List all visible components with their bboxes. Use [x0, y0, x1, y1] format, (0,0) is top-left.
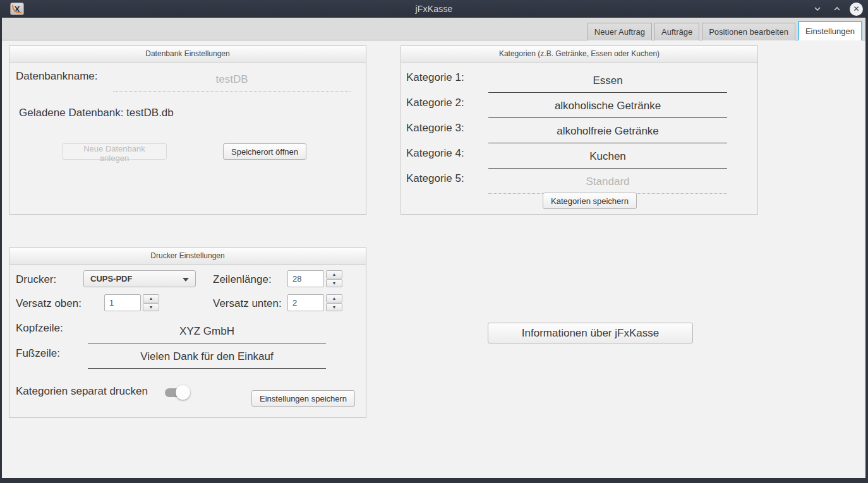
app-icon: X [10, 3, 24, 15]
header-line-label: Kopfzeile: [16, 322, 63, 335]
category-3-field-wrap [488, 119, 727, 143]
category-2-input[interactable] [488, 94, 727, 118]
category-1-label: Kategorie 1: [406, 71, 464, 84]
category-1-field-wrap [488, 69, 727, 93]
header-line-field-wrap [88, 319, 326, 343]
app-icon-glyph: X [15, 4, 20, 14]
line-length-input[interactable] [287, 270, 324, 287]
category-2-field-wrap [488, 94, 727, 118]
line-length-spinner: ▲ ▼ [287, 270, 342, 287]
header-line-input[interactable] [88, 319, 326, 343]
database-name-field-wrap [113, 68, 351, 92]
separate-categories-toggle[interactable] [165, 388, 188, 397]
category-5-field-wrap [488, 170, 727, 194]
save-settings-button[interactable]: Einstellungen speichern [251, 390, 355, 407]
category-3-input[interactable] [488, 119, 727, 143]
database-panel-title: Datenbank Einstellungen [9, 46, 366, 63]
tab-auftraege[interactable]: Aufträge [654, 23, 699, 40]
footer-line-label: Fußzeile: [16, 347, 60, 360]
category-1-input[interactable] [488, 69, 727, 93]
database-name-label: Datenbankname: [16, 70, 97, 83]
window-title: jFxKasse [0, 4, 868, 14]
database-settings-panel: Datenbank Einstellungen Datenbankname: G… [9, 45, 366, 215]
printer-label: Drucker: [16, 273, 56, 286]
create-database-button[interactable]: Neue Datenbank anlegen [62, 143, 167, 160]
category-4-field-wrap [488, 145, 727, 169]
save-categories-button[interactable]: Kategorien speichern [543, 193, 637, 209]
printer-select-value: CUPS-PDF [90, 274, 132, 283]
close-icon[interactable]: ✕ [850, 3, 863, 16]
category-2-label: Kategorie 2: [406, 97, 464, 109]
tab-positionen-bearbeiten[interactable]: Positionen bearbeiten [702, 23, 795, 40]
offset-bottom-spinner: ▲ ▼ [287, 294, 342, 311]
loaded-database-label: Geladene Datenbank: testDB.db [19, 107, 174, 119]
line-length-label: Zeilenlänge: [213, 273, 272, 286]
spin-up-icon[interactable]: ▲ [143, 294, 159, 302]
window-controls: ✕ [811, 0, 863, 18]
tab-neuer-auftrag[interactable]: Neuer Auftrag [588, 23, 652, 40]
category-3-label: Kategorie 3: [406, 122, 464, 134]
footer-line-input[interactable] [88, 345, 326, 369]
window-frame: Neuer Auftrag Aufträge Positionen bearbe… [0, 18, 868, 483]
content-area: Neuer Auftrag Aufträge Positionen bearbe… [2, 18, 865, 478]
category-5-label: Kategorie 5: [406, 172, 464, 185]
titlebar: X jFxKasse ✕ [0, 0, 868, 18]
category-4-label: Kategorie 4: [406, 147, 464, 160]
spin-up-icon[interactable]: ▲ [326, 270, 342, 278]
info-about-button[interactable]: Informationen über jFxKasse [488, 323, 693, 343]
printer-select[interactable]: CUPS-PDF [83, 270, 196, 287]
maximize-icon[interactable] [830, 3, 843, 16]
separate-categories-label: Kategorien separat drucken [16, 385, 148, 398]
toggle-knob [176, 385, 190, 400]
category-5-input[interactable] [488, 170, 727, 194]
categories-panel-title: Kategorien (z.B. Getränke, Essen oder Ku… [401, 46, 757, 63]
categories-panel: Kategorien (z.B. Getränke, Essen oder Ku… [401, 45, 758, 215]
spin-down-icon[interactable]: ▼ [326, 303, 342, 311]
category-4-input[interactable] [488, 145, 727, 169]
tab-einstellungen[interactable]: Einstellungen [798, 21, 862, 40]
printer-panel-title: Drucker Einstellungen [9, 248, 366, 265]
tab-bar: Neuer Auftrag Aufträge Positionen bearbe… [2, 18, 865, 40]
spin-up-icon[interactable]: ▲ [326, 294, 342, 302]
offset-top-spinner: ▲ ▼ [104, 294, 159, 311]
open-location-button[interactable]: Speicherort öffnen [223, 143, 306, 160]
minimize-icon[interactable] [811, 3, 824, 16]
footer-line-field-wrap [88, 345, 326, 369]
database-name-input[interactable] [113, 68, 351, 92]
spin-down-icon[interactable]: ▼ [326, 279, 342, 287]
offset-bottom-input[interactable] [287, 294, 324, 311]
offset-top-input[interactable] [104, 294, 141, 311]
spin-down-icon[interactable]: ▼ [143, 303, 159, 311]
offset-top-label: Versatz oben: [16, 297, 81, 310]
offset-bottom-label: Versatz unten: [213, 297, 282, 310]
printer-settings-panel: Drucker Einstellungen Drucker: CUPS-PDF … [9, 247, 366, 418]
combo-arrow-icon [183, 278, 189, 282]
tab-list: Neuer Auftrag Aufträge Positionen bearbe… [588, 21, 862, 40]
